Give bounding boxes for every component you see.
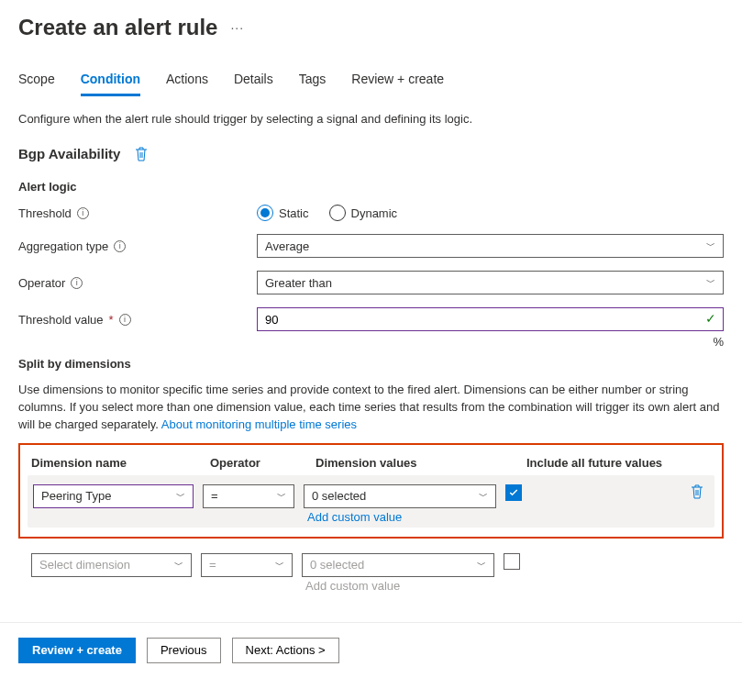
- page-title: Create an alert rule: [18, 15, 217, 40]
- dimension-operator-select-new[interactable]: = ﹀: [201, 553, 293, 577]
- threshold-static-label: Static: [279, 206, 309, 220]
- col-header-dimension-name: Dimension name: [31, 456, 210, 470]
- tab-scope[interactable]: Scope: [18, 66, 55, 96]
- next-button[interactable]: Next: Actions >: [232, 638, 339, 663]
- info-icon[interactable]: i: [119, 314, 131, 326]
- threshold-value-label: Threshold value: [18, 313, 104, 327]
- chevron-down-icon: ﹀: [706, 276, 715, 289]
- dimension-highlighted-box: Dimension name Operator Dimension values…: [18, 443, 724, 539]
- aggregation-label: Aggregation type: [18, 239, 108, 253]
- footer-bar: Review + create Previous Next: Actions >: [0, 622, 742, 678]
- tab-details[interactable]: Details: [234, 66, 273, 96]
- add-custom-value-link[interactable]: Add custom value: [304, 510, 496, 524]
- aggregation-value: Average: [265, 239, 309, 253]
- dimension-values-select-new[interactable]: 0 selected ﹀: [302, 553, 494, 577]
- split-description: Use dimensions to monitor specific time …: [18, 382, 724, 434]
- chevron-down-icon: ﹀: [706, 239, 715, 252]
- dimension-name-select[interactable]: Peering Type ﹀: [33, 484, 194, 508]
- dimension-values-value: 0 selected: [312, 489, 366, 503]
- dimension-operator-select[interactable]: = ﹀: [203, 484, 294, 508]
- chevron-down-icon: ﹀: [275, 559, 284, 572]
- info-icon[interactable]: i: [77, 207, 89, 219]
- threshold-radio-group: Static Dynamic: [257, 205, 724, 221]
- include-future-checkbox-new[interactable]: [504, 553, 520, 570]
- review-create-button[interactable]: Review + create: [18, 638, 136, 663]
- col-header-include-future: Include all future values: [526, 456, 711, 470]
- tab-tags[interactable]: Tags: [299, 66, 327, 96]
- threshold-dynamic-radio[interactable]: Dynamic: [329, 205, 398, 221]
- operator-value: Greater than: [265, 276, 332, 290]
- operator-select[interactable]: Greater than ﹀: [257, 271, 724, 294]
- dimension-name-value: Peering Type: [41, 489, 111, 503]
- tab-condition[interactable]: Condition: [81, 66, 140, 96]
- delete-signal-icon[interactable]: [135, 147, 148, 161]
- dimension-operator-value: =: [209, 558, 216, 572]
- previous-button[interactable]: Previous: [147, 638, 221, 663]
- threshold-label: Threshold: [18, 206, 72, 220]
- dimension-name-placeholder: Select dimension: [39, 558, 130, 572]
- chevron-down-icon: ﹀: [174, 559, 183, 572]
- tab-bar: Scope Condition Actions Details Tags Rev…: [18, 66, 724, 97]
- split-by-dimensions-label: Split by dimensions: [18, 357, 724, 371]
- chevron-down-icon: ﹀: [477, 559, 486, 572]
- col-header-operator: Operator: [210, 456, 316, 470]
- delete-dimension-row-icon[interactable]: [691, 484, 709, 502]
- alert-logic-label: Alert logic: [18, 180, 724, 194]
- condition-description: Configure when the alert rule should tri…: [18, 112, 724, 126]
- chevron-down-icon: ﹀: [277, 490, 286, 503]
- dimension-values-select[interactable]: 0 selected ﹀: [304, 484, 496, 508]
- dimension-name-select-new[interactable]: Select dimension ﹀: [31, 553, 192, 577]
- info-icon[interactable]: i: [114, 240, 126, 252]
- add-custom-value-disabled: Add custom value: [302, 579, 494, 593]
- threshold-static-radio[interactable]: Static: [257, 205, 309, 221]
- more-actions-icon[interactable]: ···: [230, 20, 244, 35]
- chevron-down-icon: ﹀: [176, 490, 185, 503]
- operator-label: Operator: [18, 276, 65, 290]
- split-desc-text: Use dimensions to monitor specific time …: [18, 383, 719, 431]
- dimension-operator-value: =: [211, 489, 218, 503]
- selected-signal-name: Bgp Availability: [18, 146, 120, 161]
- threshold-unit: %: [713, 335, 724, 349]
- include-future-checkbox[interactable]: [505, 484, 522, 501]
- dimension-values-placeholder: 0 selected: [310, 558, 364, 572]
- valid-check-icon: ✓: [705, 311, 716, 326]
- info-icon[interactable]: i: [71, 277, 83, 289]
- aggregation-select[interactable]: Average ﹀: [257, 234, 724, 258]
- required-indicator: *: [109, 313, 114, 327]
- threshold-dynamic-label: Dynamic: [351, 206, 398, 220]
- tab-review-create[interactable]: Review + create: [351, 66, 444, 96]
- chevron-down-icon: ﹀: [479, 490, 488, 503]
- tab-actions[interactable]: Actions: [166, 66, 208, 96]
- monitoring-time-series-link[interactable]: About monitoring multiple time series: [161, 417, 357, 431]
- col-header-dimension-values: Dimension values: [316, 456, 526, 470]
- threshold-value-input[interactable]: [257, 307, 724, 331]
